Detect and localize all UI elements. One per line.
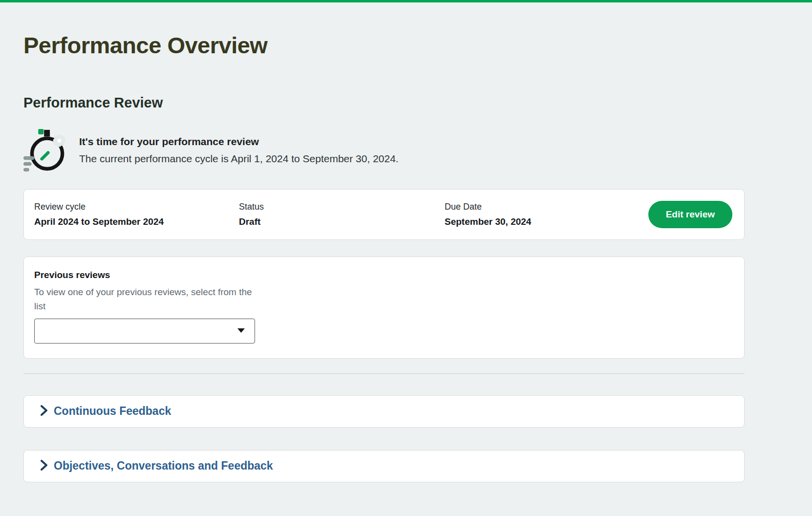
notice-subtitle: The current performance cycle is April 1… — [79, 153, 399, 165]
notice-text: It's time for your performance review Th… — [79, 136, 399, 165]
field-status: Status Draft — [239, 202, 445, 227]
review-summary-card: Review cycle April 2024 to September 202… — [23, 189, 745, 240]
section-objectives-conversations-feedback[interactable]: Objectives, Conversations and Feedback — [23, 450, 745, 482]
field-value: Draft — [239, 216, 445, 227]
field-label: Due Date — [445, 202, 648, 212]
chevron-right-icon — [41, 460, 47, 473]
previous-reviews-select[interactable] — [34, 319, 255, 344]
notice-title: It's time for your performance review — [79, 136, 399, 148]
field-value: September 30, 2024 — [445, 216, 648, 227]
review-notice: It's time for your performance review Th… — [23, 128, 745, 172]
section-divider — [23, 373, 745, 374]
field-value: April 2024 to September 2024 — [34, 216, 239, 227]
page-title: Performance Overview — [23, 32, 745, 59]
performance-overview-page: Performance Overview Performance Review — [23, 32, 745, 482]
review-section-heading: Performance Review — [23, 95, 745, 111]
field-due-date: Due Date September 30, 2024 — [445, 202, 648, 227]
accordion-label: Continuous Feedback — [54, 405, 171, 418]
previous-reviews-description: To view one of your previous reviews, se… — [34, 285, 265, 314]
field-label: Status — [239, 202, 445, 212]
chevron-right-icon — [41, 405, 47, 418]
field-label: Review cycle — [34, 202, 239, 212]
field-review-cycle: Review cycle April 2024 to September 202… — [34, 202, 239, 227]
accordion-label: Objectives, Conversations and Feedback — [54, 459, 273, 473]
section-continuous-feedback[interactable]: Continuous Feedback — [23, 395, 745, 428]
caret-down-icon — [237, 326, 245, 335]
previous-reviews-heading: Previous reviews — [34, 270, 734, 280]
previous-reviews-card: Previous reviews To view one of your pre… — [23, 257, 745, 359]
edit-review-button[interactable]: Edit review — [648, 201, 732, 228]
stopwatch-icon — [23, 128, 66, 172]
top-accent-bar — [0, 0, 812, 2]
